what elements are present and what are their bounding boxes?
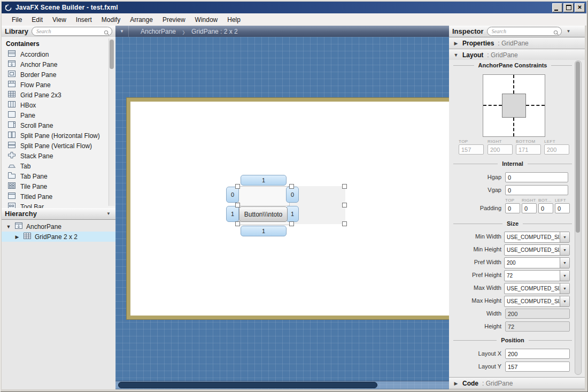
anchor-left-label: LEFT [544,139,569,144]
library-item-titled-pane[interactable]: Titled Pane [2,191,115,202]
selection-handle[interactable] [342,221,347,226]
padding-field-1[interactable]: 0 [522,203,537,213]
selection-handle[interactable] [342,203,347,207]
hierarchy-menu-button[interactable]: ▼ [105,211,112,216]
anchor-bottom-field[interactable]: 171 [516,144,541,155]
grid-row-tab-right-0[interactable]: 0 [286,187,299,203]
menu-item-modify[interactable]: Modify [97,14,125,25]
selection-handle[interactable] [289,221,294,226]
library-item-split-pane-vertical-flow[interactable]: Split Pane (Vertical Flow) [2,141,115,151]
library-item-split-pane-horizontal-flow[interactable]: Split Pane (Horizontal Flow) [2,130,115,141]
design-surface[interactable]: 1 1 0 1 0 1 Button\\\ntoto [115,37,449,389]
anchor-top-toggle[interactable] [513,75,514,94]
menu-item-insert[interactable]: Insert [71,14,97,25]
library-search-input[interactable] [32,28,106,35]
layout-x-label: Layout X [449,349,501,359]
menu-item-edit[interactable]: Edit [27,14,48,25]
min-width-combo[interactable]: USE_COMPUTED_SIZE▼ [504,232,570,243]
section-properties[interactable]: ▶ Properties : GridPane [449,37,585,49]
grid-row-tab-left-1[interactable]: 1 [226,206,239,222]
library-item-tab-pane[interactable]: Tab Pane [2,171,115,181]
library-item-tab[interactable]: Tab [2,161,115,171]
library-item-tile-pane[interactable]: Tile Pane [2,181,115,191]
library-item-label: Tab Pane [20,173,48,180]
max-width-combo[interactable]: USE_COMPUTED_SIZE▼ [504,283,570,294]
inspector-search[interactable] [487,27,562,36]
library-item-hbox[interactable]: HBox [2,100,115,110]
selection-handle[interactable] [235,203,240,207]
selection-handle[interactable] [235,221,240,226]
selection-handle[interactable] [289,184,294,189]
grid-column-tab-top[interactable]: 1 [241,175,287,186]
breadcrumb-item-0[interactable]: AnchorPane [134,28,182,35]
library-item-scroll-pane[interactable]: Scroll Pane [2,120,115,130]
chevron-down-icon[interactable]: ▼ [6,224,11,229]
selection-handle[interactable] [342,184,347,189]
chevron-down-icon[interactable]: ▼ [560,283,569,294]
padding-field-3[interactable]: 0 [555,203,570,213]
section-layout[interactable]: ▼ Layout : GridPane [449,49,585,61]
anchor-bottom-toggle[interactable] [513,118,514,136]
anchor-right-toggle[interactable] [526,105,545,106]
breadcrumb-dropdown-button[interactable]: ▼ [115,29,128,34]
library-item-anchor-pane[interactable]: Anchor Pane [2,59,115,70]
inspector-menu-button[interactable]: ▼ [565,29,572,34]
grid-row-tab-right-1[interactable]: 1 [286,206,299,222]
chevron-down-icon[interactable]: ▼ [560,271,569,281]
padding-field-2[interactable]: 0 [538,203,553,213]
section-code[interactable]: ▶ Code : GridPane [449,377,585,389]
chevron-right-icon[interactable]: ▶ [14,234,20,240]
grid-column-tab-bottom[interactable]: 1 [241,226,287,236]
menu-item-help[interactable]: Help [222,14,245,25]
chevron-down-icon[interactable]: ▼ [560,258,569,268]
anchor-left-field[interactable]: 200 [544,144,569,155]
canvas-horizontal-scrollbar-thumb[interactable] [118,382,377,388]
canvas-button[interactable]: Button\\\ntoto [239,206,288,222]
max-height-combo[interactable]: USE_COMPUTED_SIZE▼ [504,296,570,307]
menu-item-window[interactable]: Window [190,14,223,25]
layout-x-field[interactable]: 200 [505,349,570,359]
library-item-flow-pane[interactable]: Flow Pane [2,80,115,90]
close-button[interactable]: ✕ [575,3,585,12]
library-item-accordion[interactable]: Accordion [2,49,115,59]
vgap-field[interactable]: 0 [505,185,568,195]
inspector-scrollbar-thumb[interactable] [576,62,580,233]
library-search[interactable] [32,27,112,36]
hierarchy-row-anchorpane[interactable]: ▼AnchorPane [2,221,115,232]
anchor-top-field[interactable]: 157 [459,144,484,155]
inspector-scrollbar[interactable] [575,60,582,375]
min-height-combo[interactable]: USE_COMPUTED_SIZE▼ [504,244,570,256]
pref-height-combo[interactable]: 72▼ [504,270,570,281]
library-item-pane[interactable]: Pane [2,110,115,120]
pref-width-combo[interactable]: 200▼ [504,257,570,268]
menu-item-file[interactable]: File [7,14,27,25]
hierarchy-row-gridpane-2-x-2[interactable]: ▶GridPane 2 x 2 [2,232,115,242]
selection-handle[interactable] [235,184,240,189]
anchor-constraints-widget[interactable] [483,74,545,137]
minimize-button[interactable] [552,3,562,12]
library-scrollbar-thumb[interactable] [110,40,114,69]
inspector-search-input[interactable] [488,28,556,35]
maximize-button[interactable] [563,3,574,12]
chevron-down-icon[interactable]: ▼ [560,245,569,255]
breadcrumb-item-1[interactable]: GridPane : 2 x 2 [185,28,244,35]
hgap-field[interactable]: 0 [505,172,568,182]
library-item-grid-pane-2x3[interactable]: Grid Pane 2x3 [2,90,115,100]
anchor-right-field[interactable]: 200 [488,144,513,155]
menu-item-preview[interactable]: Preview [158,14,190,25]
canvas-horizontal-scrollbar[interactable] [115,381,449,389]
chevron-down-icon[interactable]: ▼ [560,296,569,306]
size-legend: Size [453,220,572,227]
chevron-down-icon[interactable]: ▼ [560,232,569,242]
anchor-left-toggle[interactable] [483,105,502,106]
grid-row-tab-left-0[interactable]: 0 [226,187,239,203]
library-item-border-pane[interactable]: Border Pane [2,70,115,80]
library-scrollbar[interactable] [109,39,115,206]
menu-item-arrange[interactable]: Arrange [125,14,158,25]
padding-field-0[interactable]: 0 [505,203,520,213]
library-item-tool-bar[interactable]: Tool Bar [2,202,115,208]
layout-y-field[interactable]: 157 [505,362,570,372]
menu-item-view[interactable]: View [48,14,71,25]
library-item-stack-pane[interactable]: Stack Pane [2,151,115,161]
tab-icon [7,162,16,171]
